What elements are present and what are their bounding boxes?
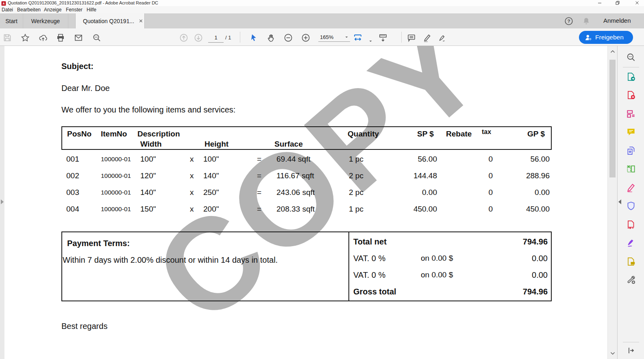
organize-pages-icon[interactable] [626,164,636,174]
menu-item-hilfe[interactable]: Hilfe [87,7,96,13]
totals-row: Total net794.96 [62,237,551,249]
menu-item-anzeige[interactable]: Anzeige [44,7,61,13]
cell-height: 250" [203,184,219,201]
menu-item-fenster[interactable]: Fenster [66,7,83,13]
protect-icon[interactable] [626,201,636,211]
combine-files-icon[interactable] [626,145,636,156]
tab-werkzeuge[interactable]: Werkzeuge [23,13,68,28]
hand-tool-icon[interactable] [266,33,276,43]
equals-sign: = [257,201,261,217]
cell-posno: 002 [66,167,79,184]
share-cloud-icon[interactable] [38,33,48,43]
sign-in-link[interactable]: Anmelden [603,17,631,24]
tab-document[interactable]: Quotation Q20191... [75,13,145,28]
compress-pdf-icon[interactable] [626,219,636,230]
cell-itemno: 100000-01 [101,184,131,201]
minimize-button[interactable] [597,0,603,6]
totals-row: VAT. 0 %on 0.00 $0.00 [62,254,551,265]
cell-quantity: 2 pc [349,184,363,201]
header-surface: Surface [274,140,303,149]
page-down-icon[interactable] [194,33,203,43]
menu-item-bearbeiten[interactable]: Bearbeiten [17,7,41,13]
highlighter-icon[interactable] [422,33,432,43]
help-icon[interactable]: ? [564,16,574,26]
page-up-icon[interactable] [179,33,189,43]
toolbar-separator [401,32,402,43]
page-display-icon[interactable] [378,33,388,43]
totals-label: VAT. 0 % [353,254,385,263]
subject-label: Subject: [61,62,94,71]
header-sp: SP $ [417,130,434,138]
totals-basis: on 0.00 $ [421,270,453,279]
comment-tool-icon[interactable] [626,127,636,137]
svg-text:?: ? [567,19,570,24]
table-row: 002100000-01120"x140"=116.67 sqft2 pc144… [61,167,552,184]
close-tab-icon[interactable] [139,19,143,23]
cell-sp: 0.00 [379,184,437,201]
title-bar: A Quotation Q2019120036_20191230131622.p… [0,0,644,6]
cell-surface: 116.67 sqft [276,167,314,184]
cell-height: 100" [203,151,219,167]
share-button-label: Freigeben [595,34,624,41]
fill-sign-icon[interactable] [626,238,636,248]
edit-pdf-icon[interactable] [626,108,636,119]
search-icon[interactable] [92,33,102,43]
cell-posno: 004 [66,201,79,217]
intro-text: We offer to you the following items and … [61,105,235,115]
open-panel-icon[interactable] [626,345,636,356]
redact-icon[interactable] [626,182,636,193]
cell-height: 140" [203,167,219,184]
star-favorites-icon[interactable] [20,33,30,43]
comment-icon[interactable] [407,33,416,43]
zoom-level-dropdown[interactable]: 165% [318,32,350,42]
fit-width-icon[interactable] [353,33,363,43]
table-row: 003100000-01140"x250"=243.06 sqft2 pc0.0… [61,184,552,201]
cell-width: 150" [140,201,156,217]
cell-width: 120" [140,167,156,184]
scroll-up-icon[interactable] [609,48,616,55]
cell-height: 200" [203,201,219,217]
notification-bell-icon[interactable] [581,16,591,26]
email-icon[interactable] [74,33,83,43]
save-icon[interactable] [2,33,12,43]
equals-sign: = [257,184,261,201]
tab-start[interactable]: Start [0,13,23,28]
collapse-panel-icon[interactable] [618,199,621,204]
scroll-down-icon[interactable] [609,350,616,357]
fit-width-caret-icon[interactable] [366,36,375,46]
send-comments-icon[interactable] [626,256,636,267]
expand-left-panel-icon[interactable] [1,199,4,204]
cell-sp: 56.00 [379,151,437,167]
select-cursor-icon[interactable] [249,33,259,43]
cell-gp: 450.00 [485,201,550,217]
closing-text: Best regards [61,322,107,331]
pdf-page[interactable]: COPY Subject: Dear Mr. Doe We offer to y… [4,46,607,359]
export-pdf-icon[interactable] [626,71,636,82]
menu-item-datei[interactable]: Datei [2,7,13,13]
sign-icon[interactable] [437,33,447,43]
tab-bar: Start Werkzeuge Quotation Q20191... ? An… [0,13,644,28]
totals-value: 0.00 [532,270,548,280]
totals-value: 794.96 [523,237,548,247]
cell-itemno: 100000-01 [101,167,131,184]
more-tools-icon[interactable] [626,275,636,285]
close-button[interactable] [634,0,640,6]
page-number-input[interactable] [208,32,224,43]
zoom-in-icon[interactable] [301,33,311,43]
payment-totals-box: Payment Terms: Within 7 days with 2.00% … [61,231,552,301]
search-tool-icon[interactable] [626,52,636,63]
vertical-scrollbar[interactable] [607,46,617,359]
restore-button[interactable] [615,0,620,6]
page-total-label: / 1 [225,35,231,41]
tab-document-label: Quotation Q20191... [83,18,134,24]
svg-text:A: A [3,2,5,5]
print-icon[interactable] [56,33,65,43]
cell-surface: 208.33 sqft [276,201,315,217]
scrollbar-thumb[interactable] [609,60,616,177]
cell-width: 100" [140,151,156,167]
cell-surface: 69.44 sqft [276,151,310,167]
cell-itemno: 100000-01 [101,151,131,167]
create-pdf-icon[interactable] [626,90,636,100]
share-button[interactable]: Freigeben [579,31,633,44]
zoom-out-icon[interactable] [283,33,293,43]
